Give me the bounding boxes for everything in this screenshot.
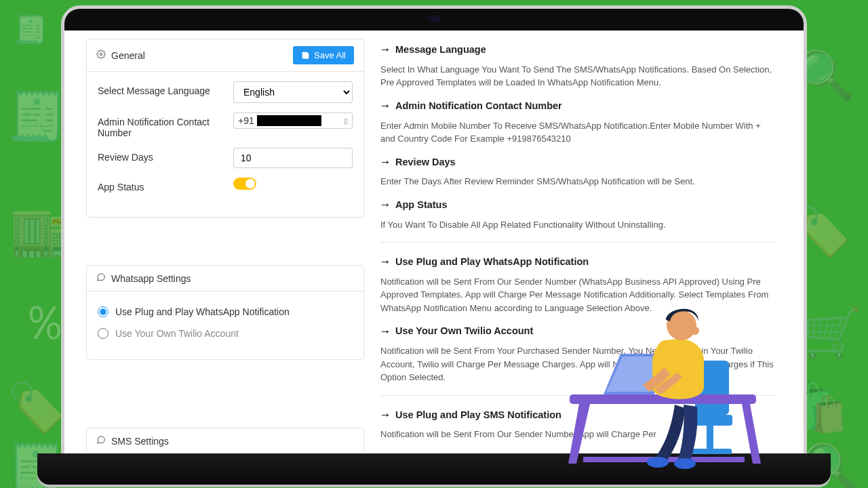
sms-settings-card: SMS Settings <box>86 428 364 452</box>
sms-header-label: SMS Settings <box>111 436 169 447</box>
review-days-label: Review Days <box>98 148 226 163</box>
admin-contact-label: Admin Notification Contact Number <box>98 113 226 138</box>
app-status-toggle[interactable] <box>233 178 256 190</box>
gear-icon <box>96 49 106 61</box>
help-admin-title: Admin Notification Contact Number <box>380 99 775 114</box>
general-header-label: General <box>111 50 145 61</box>
whatsapp-settings-card: Whatsapp Settings Use Plug and Play What… <box>86 265 364 360</box>
admin-contact-input[interactable]: +91 ▯ <box>233 113 353 129</box>
help-wa-twilio-title: Use Your Own Twilio Account <box>380 324 775 339</box>
point-right-icon <box>380 327 391 337</box>
help-sms-plug-title: Use Plug and Play SMS Notification <box>380 408 775 423</box>
svg-point-0 <box>100 53 102 56</box>
point-right-icon <box>380 410 391 420</box>
help-sms-plug-body: Notification will be Sent From Our Sende… <box>380 428 775 441</box>
help-status-body: If You Want To Disable All App Related F… <box>380 218 775 232</box>
redacted-phone <box>257 115 321 126</box>
chat-icon <box>96 435 106 447</box>
help-msg-lang-title: Message Language <box>380 43 775 58</box>
help-msg-lang-body: Select In What Language You Want To Send… <box>380 63 775 89</box>
language-label: Select Message Language <box>98 81 226 96</box>
language-select[interactable]: English <box>233 81 353 103</box>
point-right-icon <box>380 200 391 210</box>
review-days-input[interactable] <box>233 148 353 168</box>
divider <box>380 395 775 396</box>
app-status-label: App Status <box>98 178 226 192</box>
point-right-icon <box>380 45 391 55</box>
help-wa-twilio-body: Notification will be Sent From Your Purc… <box>380 344 775 384</box>
general-card: General Save All Select Message Language <box>86 39 364 218</box>
save-all-button[interactable]: Save All <box>293 46 354 64</box>
whatsapp-twilio-radio[interactable]: Use Your Own Twilio Account <box>98 323 353 344</box>
help-admin-body: Enter Admin Mobile Number To Receive SMS… <box>380 119 775 146</box>
point-right-icon <box>380 101 391 111</box>
divider <box>380 242 775 243</box>
help-review-title: Review Days <box>380 155 775 170</box>
whatsapp-header-label: Whatsapp Settings <box>111 273 191 284</box>
help-wa-plug-body: Notification will be Sent From Our Sende… <box>380 275 775 315</box>
help-status-title: App Status <box>380 198 775 213</box>
point-right-icon <box>380 157 391 167</box>
contact-card-icon: ▯ <box>344 117 348 125</box>
point-right-icon <box>380 257 391 267</box>
help-wa-plug-title: Use Plug and Play WhatsApp Notification <box>380 255 775 270</box>
whatsapp-icon <box>96 272 106 284</box>
whatsapp-plug-radio[interactable]: Use Plug and Play WhatsApp Notification <box>98 301 353 323</box>
help-review-body: Enter The Days After Review Reminder SMS… <box>380 175 775 188</box>
